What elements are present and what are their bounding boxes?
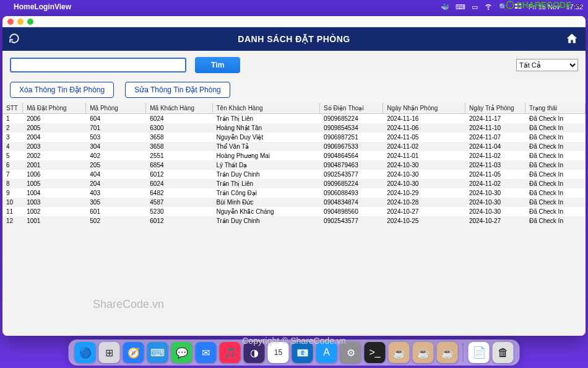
dock-java1-icon[interactable]: ☕: [389, 342, 410, 363]
dock-calendar-icon[interactable]: 15: [268, 342, 289, 363]
table-cell: Đã Check In: [525, 207, 585, 216]
table-cell: Nguyễn Duy Việt: [212, 133, 320, 142]
dock-safari-icon[interactable]: 🧭: [123, 342, 144, 363]
table-cell: 0904834874: [320, 198, 383, 207]
table-cell: 12: [2, 216, 23, 226]
dock-finder-icon[interactable]: 🔵: [75, 342, 96, 363]
table-cell: Đã Check In: [525, 198, 585, 207]
app-name[interactable]: HomeLoginView: [14, 2, 71, 11]
table-cell: Trần Duy Chinh: [212, 170, 320, 179]
booking-table: STTMã Đặt PhòngMã PhòngMã Khách HàngTên …: [2, 103, 586, 226]
action-toolbar: Xóa Thông Tin Đặt Phòng Sửa Thông Tin Đặ…: [2, 79, 586, 103]
delete-booking-button[interactable]: Xóa Thông Tin Đặt Phòng: [10, 82, 114, 98]
column-header[interactable]: Mã Phòng: [86, 103, 146, 114]
table-row[interactable]: 910044036482Trần Công Đại09060884932024-…: [2, 188, 586, 198]
table-cell: Đã Check In: [525, 142, 585, 151]
table-row[interactable]: 520024022551Hoàng Phương Mai090486456420…: [2, 151, 586, 160]
window-zoom-button[interactable]: [27, 19, 33, 25]
table-cell: 7: [2, 170, 23, 179]
table-cell: 6300: [146, 123, 212, 133]
table-cell: 2024-11-04: [465, 142, 525, 151]
macos-menubar: HomeLoginView 🐳 ⌨ ▭ 🔍 Fri 15 Nov 17:52: [0, 0, 588, 14]
window-minimize-button[interactable]: [17, 19, 24, 25]
column-header[interactable]: Tên Khách Hàng: [212, 103, 320, 114]
column-header[interactable]: Mã Đặt Phòng: [23, 103, 86, 114]
refresh-icon[interactable]: [9, 33, 20, 45]
dock-java3-icon[interactable]: ☕: [437, 342, 458, 363]
table-cell: 2024-10-25: [383, 216, 465, 226]
dock-separator: [463, 343, 464, 362]
column-header[interactable]: STT: [2, 103, 23, 114]
table-cell: Đã Check In: [525, 123, 585, 133]
search-button[interactable]: Tìm: [195, 57, 240, 73]
table-cell: 2024-10-27: [465, 216, 525, 226]
table-cell: 204: [86, 179, 146, 188]
booking-table-wrap: STTMã Đặt PhòngMã PhòngMã Khách HàngTên …: [2, 103, 586, 336]
table-cell: 304: [86, 142, 146, 151]
dock-terminal-icon[interactable]: >_: [365, 342, 386, 363]
table-row[interactable]: 320045033658Nguyễn Duy Việt0906987251202…: [2, 133, 586, 142]
sharecode-logo: SHARECODE.vn: [505, 0, 582, 10]
table-cell: 0909685224: [320, 179, 383, 188]
table-row[interactable]: 1210015026012Trần Duy Chinh0902543577202…: [2, 216, 586, 226]
page-header: DANH SÁCH ĐẶT PHÒNG: [2, 27, 586, 51]
edit-booking-button[interactable]: Sửa Thông Tin Đặt Phòng: [125, 82, 230, 98]
table-cell: Trần Thị Liên: [212, 179, 320, 188]
table-row[interactable]: 120066046024Trần Thị Liên09096852242024-…: [2, 114, 586, 124]
table-row[interactable]: 1010033054587Bùi Minh Đức09048348742024-…: [2, 198, 586, 207]
filter-select[interactable]: Tất Cả: [516, 59, 578, 71]
table-row[interactable]: 420033043658Thổ Vân Tả09069675332024-11-…: [2, 142, 586, 151]
table-cell: 1003: [23, 198, 86, 207]
table-row[interactable]: 1110026015230Nguyễn Khắc Cháng0904898560…: [2, 207, 586, 216]
table-cell: 6482: [146, 188, 212, 198]
dock-settings-icon[interactable]: ⚙: [340, 342, 361, 363]
table-row[interactable]: 620012056854Lý Thất Dạ09048794632024-10-…: [2, 160, 586, 170]
table-cell: 2024-10-29: [383, 188, 465, 198]
battery-icon[interactable]: ▭: [472, 3, 478, 11]
dock-eclipse-icon[interactable]: ◑: [244, 342, 265, 363]
table-row[interactable]: 810052046024Trần Thị Liên09096852242024-…: [2, 179, 586, 188]
dock-vscode-icon[interactable]: ⌨: [147, 342, 168, 363]
table-cell: 6854: [146, 160, 212, 170]
table-cell: 2024-11-10: [465, 123, 525, 133]
table-cell: Lý Thất Dạ: [212, 160, 320, 170]
dock-downloads-icon[interactable]: 📄: [469, 342, 490, 363]
table-row[interactable]: 220057016300Hoàng Nhật Tân09098545342024…: [2, 123, 586, 133]
table-cell: 3: [2, 133, 23, 142]
dock-messages-icon[interactable]: 💬: [171, 342, 192, 363]
wifi-icon[interactable]: [484, 2, 493, 12]
page-title: DANH SÁCH ĐẶT PHÒNG: [238, 34, 350, 44]
column-header[interactable]: Ngày Nhận Phòng: [383, 103, 465, 114]
table-cell: 10: [2, 198, 23, 207]
table-cell: 6024: [146, 114, 212, 124]
dock-appstore-icon[interactable]: A: [316, 342, 337, 363]
table-cell: 502: [86, 216, 146, 226]
table-cell: 8: [2, 179, 23, 188]
table-cell: 2024-10-30: [465, 207, 525, 216]
table-cell: 2004: [23, 133, 86, 142]
table-cell: 0902543577: [320, 216, 383, 226]
table-row[interactable]: 710064046012Trần Duy Chinh09025435772024…: [2, 170, 586, 179]
dock-music-icon[interactable]: 🎵: [220, 342, 241, 363]
docker-icon[interactable]: 🐳: [441, 3, 449, 11]
table-cell: Đã Check In: [525, 170, 585, 179]
window-close-button[interactable]: [7, 19, 14, 25]
table-cell: 4587: [146, 198, 212, 207]
dock-outlook-icon[interactable]: 📧: [292, 342, 313, 363]
column-header[interactable]: Số Điện Thoại: [320, 103, 383, 114]
input-method-icon[interactable]: ⌨: [456, 3, 465, 11]
dock-mail-icon[interactable]: ✉: [196, 342, 217, 363]
table-cell: 0909854534: [320, 123, 383, 133]
column-header[interactable]: Trạng thái: [525, 103, 585, 114]
dock-launchpad-icon[interactable]: ⊞: [99, 342, 120, 363]
table-cell: 2024-11-06: [383, 123, 465, 133]
table-cell: 6024: [146, 179, 212, 188]
home-icon[interactable]: [566, 32, 578, 46]
column-header[interactable]: Ngày Trả Phòng: [465, 103, 525, 114]
table-cell: 604: [86, 114, 146, 124]
table-cell: 6: [2, 160, 23, 170]
dock-java2-icon[interactable]: ☕: [413, 342, 434, 363]
search-input[interactable]: [10, 58, 186, 72]
dock-trash-icon[interactable]: 🗑: [493, 342, 514, 363]
column-header[interactable]: Mã Khách Hàng: [146, 103, 212, 114]
